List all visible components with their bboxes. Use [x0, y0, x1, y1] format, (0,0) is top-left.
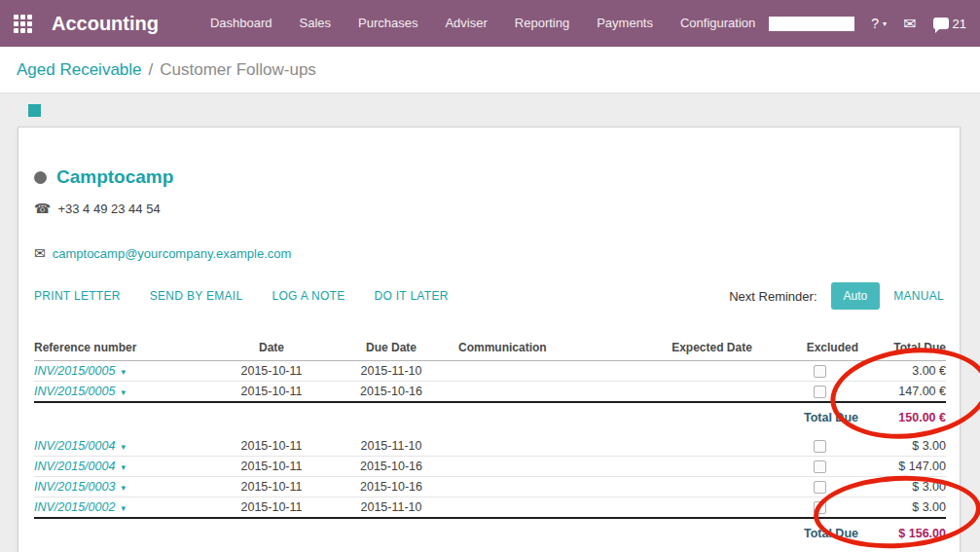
menu-item-adviser[interactable]: Adviser [431, 0, 500, 47]
chat-menu[interactable]: 21 [933, 17, 966, 31]
table-row: INV/2015/0002▾ 2015-10-11 2015-11-10 $ 3… [34, 497, 946, 519]
help-icon: ? [871, 16, 879, 31]
table-row: INV/2015/0003▾ 2015-10-11 2015-10-16 $ 3… [34, 476, 946, 497]
messages-envelope-icon[interactable]: ✉ [903, 15, 916, 33]
table-header-row: Reference number Date Due Date Communica… [34, 337, 946, 361]
customer-email-row: ✉ camptocamp@yourcompany.example.com [34, 245, 944, 261]
header-due-date: Due Date [324, 337, 458, 361]
chevron-down-icon[interactable]: ▾ [121, 462, 126, 472]
date-cell: 2015-10-11 [219, 456, 324, 476]
expected-date-cell [643, 497, 780, 519]
communication-cell [458, 456, 643, 476]
menu-item-reporting[interactable]: Reporting [501, 0, 583, 47]
top-navbar: Accounting Dashboard Sales Purchases Adv… [0, 0, 980, 47]
total-due-amount: 150.00 € [858, 402, 946, 435]
communication-cell [458, 361, 643, 382]
send-by-email-button[interactable]: SEND BY EMAIL [150, 289, 243, 303]
header-total-due: Total Due [858, 337, 946, 361]
next-reminder-group: Next Reminder: Auto MANUAL [729, 282, 944, 310]
customer-name: Camptocamp [56, 166, 173, 188]
date-cell: 2015-10-11 [219, 361, 324, 382]
header-excluded: Excluded [780, 337, 858, 361]
menu-item-sales[interactable]: Sales [285, 0, 345, 47]
teal-marker [28, 104, 41, 117]
invoice-link[interactable]: INV/2015/0004 [34, 439, 115, 453]
total-due-cell: $ 3.00 [858, 497, 946, 519]
auto-reminder-button[interactable]: Auto [831, 282, 881, 310]
total-due-cell: $ 3.00 [858, 476, 946, 497]
communication-cell [458, 476, 643, 497]
communication-cell [458, 435, 643, 456]
app-window: Accounting Dashboard Sales Purchases Adv… [0, 0, 980, 552]
help-menu[interactable]: ? ▾ [871, 16, 887, 31]
total-due-amount: $ 156.00 [858, 518, 946, 551]
header-date: Date [219, 337, 324, 361]
expected-date-cell [643, 435, 780, 456]
header-communication: Communication [458, 337, 643, 361]
invoice-link[interactable]: INV/2015/0003 [34, 480, 115, 494]
navbar-left: Accounting [14, 13, 197, 35]
excluded-checkbox[interactable] [814, 481, 826, 494]
total-due-cell: 147.00 € [858, 382, 946, 403]
total-due-label: Total Due [780, 402, 858, 435]
do-it-later-button[interactable]: DO IT LATER [374, 289, 448, 303]
due-date-cell: 2015-11-10 [324, 497, 458, 519]
chevron-down-icon: ▾ [883, 19, 887, 28]
print-letter-button[interactable]: PRINT LETTER [34, 289, 121, 303]
manual-reminder-button[interactable]: MANUAL [893, 289, 944, 303]
due-date-cell: 2015-10-16 [324, 476, 458, 497]
excluded-checkbox[interactable] [814, 460, 826, 473]
log-a-note-button[interactable]: LOG A NOTE [272, 289, 345, 303]
navbar-right: ? ▾ ✉ 21 [769, 15, 966, 33]
menu-item-configuration[interactable]: Configuration [667, 0, 769, 47]
due-date-cell: 2015-10-16 [324, 456, 458, 476]
total-due-cell: $ 147.00 [858, 456, 946, 476]
menu-item-purchases[interactable]: Purchases [345, 0, 431, 47]
expected-date-cell [643, 476, 780, 497]
breadcrumb-current: Customer Follow-ups [160, 60, 316, 80]
customer-phone-row: ☎ +33 4 49 23 44 54 [34, 201, 944, 216]
total-row: Total Due 150.00 € [34, 402, 946, 435]
expected-date-cell [643, 382, 780, 403]
communication-cell [458, 382, 643, 403]
due-date-cell: 2015-11-10 [324, 435, 458, 456]
chevron-down-icon[interactable]: ▾ [121, 483, 126, 493]
date-cell: 2015-10-11 [219, 497, 324, 519]
chevron-down-icon[interactable]: ▾ [121, 387, 126, 397]
chat-bubble-icon [933, 18, 949, 29]
customer-email-link[interactable]: camptocamp@yourcompany.example.com [53, 246, 292, 261]
invoice-table: Reference number Date Due Date Communica… [34, 337, 946, 551]
customer-header: Camptocamp [34, 166, 944, 188]
envelope-icon: ✉ [34, 245, 46, 261]
invoice-link[interactable]: INV/2015/0002 [34, 500, 115, 514]
app-title: Accounting [52, 13, 159, 35]
main-menu: Dashboard Sales Purchases Adviser Report… [197, 0, 769, 47]
communication-cell [458, 497, 643, 519]
chevron-down-icon[interactable]: ▾ [121, 442, 126, 452]
status-dot [34, 171, 47, 184]
excluded-checkbox[interactable] [814, 365, 826, 378]
expected-date-cell [643, 361, 780, 382]
table-row: INV/2015/0004▾ 2015-10-11 2015-10-16 $ 1… [34, 456, 946, 476]
apps-menu-icon[interactable] [14, 15, 32, 33]
total-due-label: Total Due [780, 518, 858, 551]
excluded-checkbox[interactable] [814, 440, 826, 453]
chevron-down-icon[interactable]: ▾ [121, 367, 126, 377]
breadcrumb-parent-link[interactable]: Aged Receivable [17, 60, 142, 80]
invoice-link[interactable]: INV/2015/0005 [34, 385, 115, 398]
table-row: INV/2015/0004▾ 2015-10-11 2015-11-10 $ 3… [34, 435, 946, 456]
header-expected-date: Expected Date [643, 337, 780, 361]
invoice-link[interactable]: INV/2015/0004 [34, 460, 115, 473]
excluded-checkbox[interactable] [814, 386, 826, 398]
chevron-down-icon[interactable]: ▾ [121, 503, 126, 513]
header-reference: Reference number [34, 337, 219, 361]
date-cell: 2015-10-11 [219, 435, 324, 456]
next-reminder-label: Next Reminder: [729, 289, 817, 304]
content-area: Camptocamp ☎ +33 4 49 23 44 54 ✉ camptoc… [0, 93, 980, 552]
chat-count: 21 [953, 17, 966, 31]
menu-item-payments[interactable]: Payments [583, 0, 667, 47]
menu-item-dashboard[interactable]: Dashboard [197, 0, 286, 47]
navbar-search-input[interactable] [769, 17, 854, 31]
excluded-checkbox[interactable] [814, 501, 826, 514]
invoice-link[interactable]: INV/2015/0005 [34, 364, 115, 378]
